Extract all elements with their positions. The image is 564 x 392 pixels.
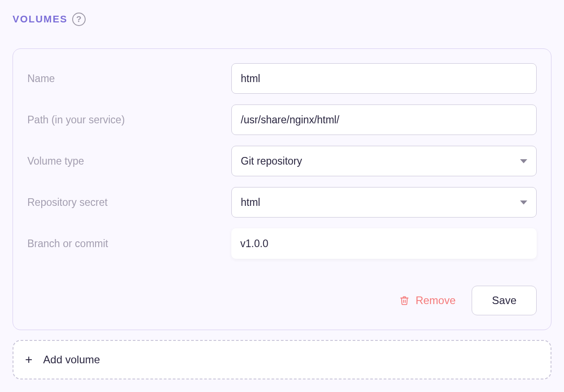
section-header: VOLUMES ? (13, 13, 551, 26)
form-row-name: Name (27, 63, 537, 94)
actions-row: Remove Save (27, 286, 537, 315)
plus-icon: + (25, 353, 32, 366)
name-input[interactable] (231, 63, 537, 94)
repository-secret-selected: html (241, 196, 260, 209)
add-volume-label: Add volume (43, 353, 100, 366)
add-volume-button[interactable]: + Add volume (13, 340, 551, 379)
repository-secret-select[interactable]: html (231, 187, 537, 218)
volume-type-selected: Git repository (241, 155, 302, 167)
save-button[interactable]: Save (472, 286, 537, 315)
repository-secret-label: Repository secret (27, 196, 231, 209)
volume-card: Name Path (in your service) Volume type … (13, 48, 551, 330)
branch-input[interactable] (231, 228, 537, 259)
chevron-down-icon (520, 159, 527, 163)
form-row-path: Path (in your service) (27, 105, 537, 135)
path-label: Path (in your service) (27, 114, 231, 126)
remove-label: Remove (416, 294, 456, 307)
help-icon[interactable]: ? (72, 13, 86, 26)
chevron-down-icon (520, 200, 527, 205)
trash-icon (399, 295, 409, 306)
form-row-repository-secret: Repository secret html (27, 187, 537, 218)
form-row-branch: Branch or commit (27, 228, 537, 259)
name-label: Name (27, 73, 231, 85)
branch-label: Branch or commit (27, 238, 231, 250)
remove-button[interactable]: Remove (399, 294, 456, 307)
volume-type-label: Volume type (27, 155, 231, 167)
path-input[interactable] (231, 105, 537, 135)
section-title: VOLUMES (13, 13, 68, 25)
form-row-volume-type: Volume type Git repository (27, 146, 537, 176)
volume-type-select[interactable]: Git repository (231, 146, 537, 176)
